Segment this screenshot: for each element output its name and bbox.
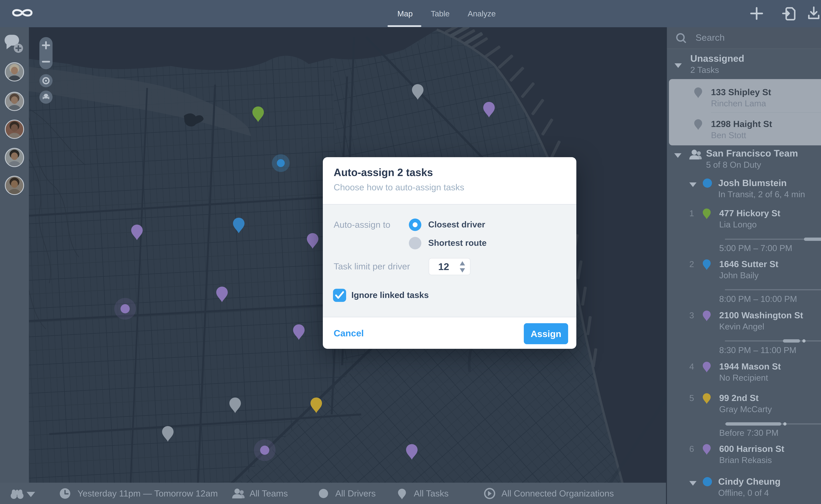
svg-text:All Drivers: All Drivers xyxy=(335,488,376,498)
svg-text:Yesterday 11pm — Tomorrow 12am: Yesterday 11pm — Tomorrow 12am xyxy=(77,488,218,498)
svg-text:Auto-assign to: Auto-assign to xyxy=(334,220,390,230)
svg-text:4: 4 xyxy=(689,362,694,371)
svg-text:1: 1 xyxy=(689,209,694,218)
svg-text:600 Harrison St: 600 Harrison St xyxy=(719,444,784,454)
svg-text:2100 Washington St: 2100 Washington St xyxy=(719,310,803,320)
svg-text:Shortest route: Shortest route xyxy=(428,238,486,248)
svg-text:3: 3 xyxy=(689,311,694,320)
svg-text:Offline, 0 of 4: Offline, 0 of 4 xyxy=(718,488,769,498)
svg-text:2 Tasks: 2 Tasks xyxy=(690,65,719,75)
svg-text:Task limit per driver: Task limit per driver xyxy=(334,261,410,271)
svg-text:1944 Mason St: 1944 Mason St xyxy=(719,361,781,371)
svg-text:1298 Haight St: 1298 Haight St xyxy=(711,119,772,129)
svg-text:John Baily: John Baily xyxy=(719,271,759,280)
svg-text:In Transit, 2 of 6, 4 min: In Transit, 2 of 6, 4 min xyxy=(718,189,805,199)
svg-text:8:30 PM – 11:00 PM: 8:30 PM – 11:00 PM xyxy=(719,345,796,355)
svg-text:Closest driver: Closest driver xyxy=(428,220,485,229)
svg-text:Cindy Cheung: Cindy Cheung xyxy=(718,476,781,487)
svg-text:All Teams: All Teams xyxy=(250,488,288,498)
svg-text:5 of 8 On Duty: 5 of 8 On Duty xyxy=(706,160,761,169)
svg-text:12: 12 xyxy=(438,261,449,272)
svg-text:All Tasks: All Tasks xyxy=(414,488,449,498)
svg-text:Unassigned: Unassigned xyxy=(690,53,744,64)
svg-text:2: 2 xyxy=(689,259,694,269)
svg-text:Before 7:30 PM: Before 7:30 PM xyxy=(719,428,779,438)
svg-text:Josh Blumstein: Josh Blumstein xyxy=(718,178,787,188)
svg-text:6: 6 xyxy=(689,444,694,454)
svg-text:99 2nd St: 99 2nd St xyxy=(719,393,759,403)
svg-text:Ignore linked tasks: Ignore linked tasks xyxy=(351,290,429,300)
svg-text:5: 5 xyxy=(689,393,694,403)
svg-text:133 Shipley St: 133 Shipley St xyxy=(711,87,771,97)
svg-text:No Recipient: No Recipient xyxy=(719,373,768,382)
svg-text:Kevin Angel: Kevin Angel xyxy=(719,322,764,331)
svg-text:San Francisco Team: San Francisco Team xyxy=(706,148,798,158)
svg-text:All Connected Organizations: All Connected Organizations xyxy=(501,488,614,498)
svg-text:477 Hickory St: 477 Hickory St xyxy=(719,208,780,218)
svg-text:5:00 PM – 7:00 PM: 5:00 PM – 7:00 PM xyxy=(719,243,792,253)
svg-text:Brian Rekasis: Brian Rekasis xyxy=(719,455,772,465)
svg-text:1646 Sutter St: 1646 Sutter St xyxy=(719,259,778,269)
svg-text:Cancel: Cancel xyxy=(334,328,364,338)
svg-text:Rinchen Lama: Rinchen Lama xyxy=(711,99,766,108)
svg-text:8:00 PM – 10:00 PM: 8:00 PM – 10:00 PM xyxy=(719,294,797,304)
svg-text:Lia Longo: Lia Longo xyxy=(719,220,757,229)
svg-text:Ben Stott: Ben Stott xyxy=(711,130,746,140)
svg-text:Gray McCarty: Gray McCarty xyxy=(719,404,772,414)
svg-text:Search: Search xyxy=(696,32,725,43)
